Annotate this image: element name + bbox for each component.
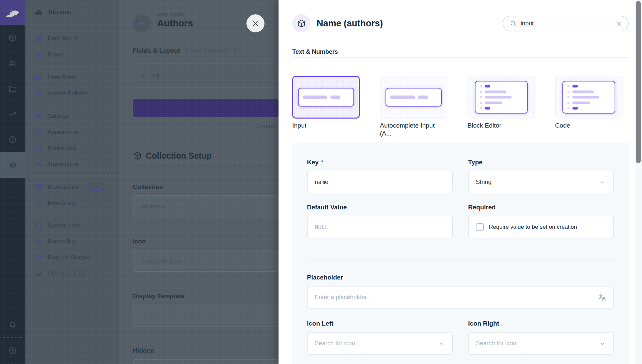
key-input[interactable]: name: [307, 171, 453, 193]
module-bottom: [0, 312, 25, 364]
sidebar-item-system-logs[interactable]: System Logs: [25, 218, 119, 234]
create-field-button[interactable]: [133, 99, 279, 117]
interface-cards: Input Autocomplete Input (A... Block Edi…: [292, 76, 623, 138]
required-asterisk: *: [321, 159, 323, 166]
sidebar-item-report-bug[interactable]: Report Bug: [25, 234, 119, 250]
divider: [34, 105, 119, 105]
module-people[interactable]: [0, 51, 25, 76]
collection-label: Collection: [133, 183, 164, 191]
cloud-icon: [34, 8, 43, 17]
module-bell[interactable]: [0, 312, 25, 337]
interface-search[interactable]: input: [503, 16, 629, 31]
sidebar-item-label: Appearance: [48, 129, 79, 136]
editor-illustration: [475, 81, 528, 114]
module-list: [0, 25, 25, 178]
sidebar-item-appearance[interactable]: Appearance: [25, 124, 119, 140]
folder-icon: [8, 84, 17, 93]
module-cube[interactable]: [0, 25, 25, 51]
icon-right-select[interactable]: Search for icon...: [468, 332, 614, 355]
project-name: Directus: [48, 9, 71, 16]
icon-left-placeholder: Search for icon...: [315, 340, 437, 347]
create-field-link[interactable]: Create F: [133, 122, 279, 130]
drawer-scrollbar[interactable]: [635, 0, 642, 364]
sidebar: Directus Data ModelFlowsUser RolesAccess…: [25, 0, 119, 364]
divider: [133, 166, 279, 167]
placeholder-placeholder: Enter a placeholder...: [315, 294, 598, 301]
terminal-icon: [34, 222, 42, 230]
sidebar-item-marketplace[interactable]: MarketplaceBeta: [25, 179, 119, 195]
field-row-id[interactable]: id: [133, 63, 279, 87]
interface-card-block-editor[interactable]: [467, 76, 535, 119]
interface-card-code[interactable]: [555, 76, 623, 119]
icon-left-select[interactable]: Search for icon...: [307, 332, 453, 355]
icon-label: Icon: [133, 237, 146, 246]
back-button[interactable]: [133, 14, 151, 32]
project-switcher[interactable]: Directus: [25, 0, 119, 25]
cube-icon: [133, 151, 142, 160]
bug-icon: [34, 238, 42, 246]
drawer-close-button[interactable]: [246, 14, 264, 32]
collection-input: authors: [133, 195, 279, 217]
type-value: String: [476, 179, 492, 186]
hidden-input[interactable]: [133, 359, 279, 364]
people-icon: [34, 73, 42, 81]
sidebar-item-bookmarks[interactable]: Bookmarks: [25, 140, 119, 156]
icon-input[interactable]: Search for icon...: [133, 250, 279, 272]
chevron-down-icon: [437, 340, 445, 347]
directus-app: Directus Data ModelFlowsUser RolesAccess…: [0, 0, 642, 364]
interface-card-input[interactable]: [292, 76, 360, 119]
required-checkbox-label[interactable]: Require value to be set on creation: [489, 224, 577, 230]
sidebar-item-request-feature[interactable]: Request Feature: [25, 250, 119, 266]
palette-icon: [34, 128, 42, 136]
key-label: Key*: [307, 158, 453, 167]
tune-icon: [34, 112, 42, 120]
sidebar-item-label: Settings: [48, 113, 68, 120]
breadcrumb[interactable]: Data Model: [157, 11, 184, 18]
field-icon-badge: [292, 14, 310, 32]
sidebar-item-user-roles[interactable]: User Roles: [25, 69, 119, 85]
display-template-label: Display Template: [133, 292, 185, 301]
module-folder[interactable]: [0, 76, 25, 102]
interface-group-label: Text & Numbers: [292, 48, 338, 56]
module-activity[interactable]: [0, 102, 25, 127]
drag-handle-icon[interactable]: [139, 72, 147, 79]
beta-badge: Beta: [88, 183, 104, 191]
directus-logo[interactable]: [0, 0, 25, 25]
sidebar-item-label: Extensions: [48, 200, 76, 206]
display-template-input[interactable]: [133, 305, 279, 327]
search-input-value[interactable]: input: [521, 20, 615, 27]
sidebar-item-extensions[interactable]: Extensions: [25, 195, 119, 211]
drawer-title: Name (authors): [317, 18, 383, 29]
module-account[interactable]: [0, 338, 25, 363]
module-gear[interactable]: [0, 152, 25, 178]
translate-icon[interactable]: [598, 293, 606, 302]
saves-automatically-hint: Saves Automatically: [186, 47, 239, 54]
sidebar-item-translations[interactable]: Translations: [25, 156, 119, 172]
interface-card-autocomplete-input-a[interactable]: [380, 76, 447, 119]
translate-icon: [34, 160, 42, 168]
sidebar-item-flows[interactable]: Flows: [25, 47, 119, 63]
divider: [307, 259, 614, 259]
icon-right-placeholder: Search for icon...: [476, 340, 599, 347]
fields-layout-row: Fields & Layout Saves Automatically: [133, 46, 239, 55]
placeholder-input[interactable]: Enter a placeholder...: [307, 286, 614, 309]
sidebar-item-data-model[interactable]: Data Model: [25, 31, 119, 47]
sidebar-item-label: Request Feature: [48, 254, 90, 261]
chevron-down-icon: [599, 178, 606, 186]
type-select[interactable]: String: [468, 171, 614, 193]
sidebar-item-directus-11-3-5[interactable]: Directus 11.3.5: [25, 266, 119, 282]
required-field: Require value to be set on creation: [468, 216, 614, 238]
interface-card-label: Code: [555, 122, 623, 130]
default-value-input[interactable]: NULL: [307, 216, 453, 238]
collection-setup-title: Collection Setup: [146, 150, 212, 161]
page-title: Authors: [157, 18, 193, 29]
module-help[interactable]: [0, 127, 25, 152]
sidebar-item-label: Marketplace: [48, 184, 79, 190]
sidebar-item-settings[interactable]: Settings: [25, 108, 119, 124]
scrollbar-thumb[interactable]: [636, 1, 641, 163]
clear-search-icon[interactable]: [615, 20, 623, 27]
required-checkbox[interactable]: [476, 223, 484, 231]
sidebar-item-label: User Roles: [48, 74, 76, 81]
sidebar-item-access-policies[interactable]: Access Policies: [25, 85, 119, 102]
fields-layout-label: Fields & Layout: [133, 47, 180, 54]
